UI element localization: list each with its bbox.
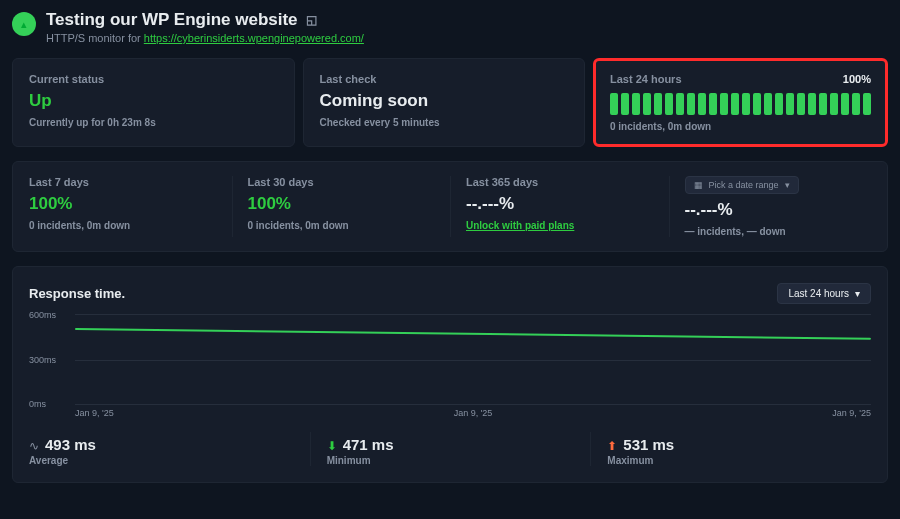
stat-minimum-value: 471 ms (343, 436, 394, 453)
stat-maximum-value: 531 ms (623, 436, 674, 453)
page-title: Testing our WP Engine website (46, 10, 298, 30)
period-365d: Last 365 days --.---% Unlock with paid p… (450, 162, 669, 251)
stat-average-label: Average (29, 455, 310, 466)
response-time-title: Response time. (29, 286, 125, 301)
response-time-stats: ∿493 ms Average ⬇471 ms Minimum ⬆531 ms … (29, 432, 871, 466)
last-24h-card: Last 24 hours 100% 0 incidents, 0m down (593, 58, 888, 147)
uptime-bar (786, 93, 794, 115)
uptime-bar (687, 93, 695, 115)
uptime-bar (709, 93, 717, 115)
uptime-periods-row: Last 7 days 100% 0 incidents, 0m down La… (12, 161, 888, 252)
uptime-bar (654, 93, 662, 115)
chevron-down-icon: ▾ (855, 288, 860, 299)
uptime-bar (830, 93, 838, 115)
monitor-type-label: HTTP/S monitor for (46, 32, 144, 44)
monitor-subtitle: HTTP/S monitor for https://cyberinsidert… (46, 32, 364, 44)
uptime-bar (610, 93, 618, 115)
summary-cards-row: Current status Up Currently up for 0h 23… (12, 58, 888, 147)
ytick-300: 300ms (29, 355, 56, 365)
period-365d-label: Last 365 days (466, 176, 653, 188)
average-icon: ∿ (29, 439, 39, 453)
response-time-range-label: Last 24 hours (788, 288, 849, 299)
xtick-left: Jan 9, '25 (75, 408, 114, 418)
last-check-label: Last check (320, 73, 569, 85)
response-time-line (75, 328, 871, 340)
period-365d-value: --.---% (466, 194, 653, 214)
uptime-bar (676, 93, 684, 115)
stat-minimum-label: Minimum (327, 455, 591, 466)
uptime-bar (863, 93, 871, 115)
period-7d-label: Last 7 days (29, 176, 216, 188)
monitor-header: ▴ Testing our WP Engine website ◱ HTTP/S… (12, 10, 888, 44)
period-30d: Last 30 days 100% 0 incidents, 0m down (232, 162, 451, 251)
pick-date-range-button[interactable]: ▦ Pick a date range ▾ (685, 176, 799, 194)
uptime-bar (808, 93, 816, 115)
uptime-bar (720, 93, 728, 115)
period-7d: Last 7 days 100% 0 incidents, 0m down (13, 162, 232, 251)
uptime-bar (797, 93, 805, 115)
period-custom: ▦ Pick a date range ▾ --.---% — incident… (669, 162, 888, 251)
uptime-bar (621, 93, 629, 115)
status-indicator-icon: ▴ (12, 12, 36, 36)
pick-date-range-label: Pick a date range (709, 180, 779, 190)
stat-maximum: ⬆531 ms Maximum (590, 432, 871, 466)
stat-average-value: 493 ms (45, 436, 96, 453)
uptime-bar (753, 93, 761, 115)
uptime-bar (632, 93, 640, 115)
external-link-icon[interactable]: ◱ (306, 13, 317, 27)
maximum-icon: ⬆ (607, 439, 617, 453)
calendar-icon: ▦ (694, 180, 703, 190)
last-24h-pct: 100% (843, 73, 871, 85)
response-time-chart: 600ms 300ms 0ms (75, 314, 871, 404)
xtick-right: Jan 9, '25 (832, 408, 871, 418)
minimum-icon: ⬇ (327, 439, 337, 453)
period-30d-sub: 0 incidents, 0m down (248, 220, 435, 231)
uptime-bar (643, 93, 651, 115)
xtick-mid: Jan 9, '25 (454, 408, 493, 418)
response-time-xticks: Jan 9, '25 Jan 9, '25 Jan 9, '25 (75, 408, 871, 418)
current-status-value: Up (29, 91, 278, 111)
uptime-bar (665, 93, 673, 115)
last-check-card: Last check Coming soon Checked every 5 m… (303, 58, 586, 147)
current-status-label: Current status (29, 73, 278, 85)
chevron-down-icon: ▾ (785, 180, 790, 190)
stat-minimum: ⬇471 ms Minimum (310, 432, 591, 466)
period-custom-value: --.---% (685, 200, 872, 220)
last-check-value: Coming soon (320, 91, 569, 111)
last-24h-label: Last 24 hours (610, 73, 682, 85)
ytick-0: 0ms (29, 399, 46, 409)
stat-average: ∿493 ms Average (29, 432, 310, 466)
period-7d-value: 100% (29, 194, 216, 214)
uptime-bar (764, 93, 772, 115)
period-30d-value: 100% (248, 194, 435, 214)
uptime-bar (841, 93, 849, 115)
uptime-bar (775, 93, 783, 115)
unlock-plans-link[interactable]: Unlock with paid plans (466, 220, 574, 231)
response-time-panel: Response time. Last 24 hours ▾ 600ms 300… (12, 266, 888, 483)
uptime-bar (731, 93, 739, 115)
current-status-sub: Currently up for 0h 23m 8s (29, 117, 278, 128)
period-custom-sub: — incidents, — down (685, 226, 872, 237)
monitor-url-link[interactable]: https://cyberinsiderts.wpenginepowered.c… (144, 32, 364, 44)
uptime-bars (610, 93, 871, 115)
period-7d-sub: 0 incidents, 0m down (29, 220, 216, 231)
uptime-bar (698, 93, 706, 115)
response-time-range-button[interactable]: Last 24 hours ▾ (777, 283, 871, 304)
uptime-bar (742, 93, 750, 115)
uptime-bar (852, 93, 860, 115)
uptime-bar (819, 93, 827, 115)
current-status-card: Current status Up Currently up for 0h 23… (12, 58, 295, 147)
last-24h-sub: 0 incidents, 0m down (610, 121, 871, 132)
ytick-600: 600ms (29, 310, 56, 320)
last-check-sub: Checked every 5 minutes (320, 117, 569, 128)
period-30d-label: Last 30 days (248, 176, 435, 188)
stat-maximum-label: Maximum (607, 455, 871, 466)
